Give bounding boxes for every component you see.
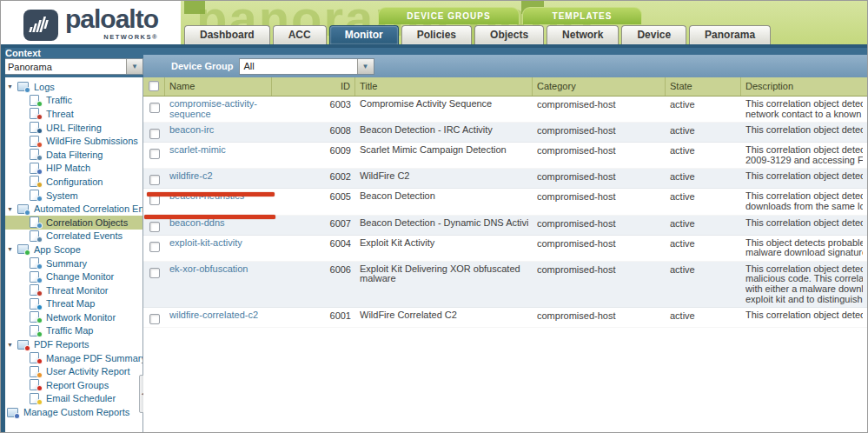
row-checkbox[interactable]	[149, 129, 160, 139]
expander-arrow-icon[interactable]: ▼	[7, 246, 17, 252]
sidebar-item-logs[interactable]: ▼Logs	[5, 80, 142, 94]
logs-icon	[17, 81, 30, 92]
row-checkbox[interactable]	[149, 195, 160, 205]
title-cell: Exploit Kit Delivering XOR obfuscatedmal…	[355, 262, 533, 307]
sidebar-item-hip-match[interactable]: HIP Match	[5, 162, 142, 176]
context-select[interactable]: Panorama ▼	[3, 58, 143, 75]
summary-icon	[30, 257, 43, 269]
sidebar-item-threat[interactable]: Threat	[5, 107, 142, 121]
sidebar-item-correlation-objects[interactable]: Correlation Objects	[5, 216, 142, 230]
automated-correlation-engine-icon	[17, 203, 30, 215]
tab-monitor[interactable]: Monitor	[329, 25, 399, 44]
column-header-title[interactable]: Title	[355, 77, 533, 96]
tab-panorama[interactable]: Panorama	[689, 25, 771, 44]
state-cell: active	[666, 262, 741, 307]
cell-text-line: network contact to a known ma	[745, 110, 863, 120]
sidebar-item-traffic-map[interactable]: Traffic Map	[5, 324, 142, 338]
object-name-link[interactable]: beacon-irc	[169, 125, 268, 136]
column-header-category[interactable]: Category	[533, 77, 666, 96]
tab-policies[interactable]: Policies	[401, 25, 472, 44]
sidebar-item-traffic[interactable]: Traffic	[5, 94, 142, 108]
sidebar-item-label: HIP Match	[46, 163, 90, 173]
sidebar-item-label: System	[46, 190, 78, 201]
sidebar-item-automated-correlation-engine[interactable]: ▼Automated Correlation Engine	[5, 202, 142, 216]
device-group-select-value: All	[240, 61, 357, 71]
device-group-select[interactable]: All ▼	[239, 58, 374, 75]
tab-objects[interactable]: Objects	[474, 25, 544, 44]
table-row-compromise-activity-sequence: compromise-activity-sequence6003Compromi…	[143, 97, 867, 123]
sidebar-item-network-monitor[interactable]: Network Monitor	[5, 310, 142, 324]
cell-text-line: exploit kit and to distinguish su	[745, 295, 863, 305]
tab-network[interactable]: Network	[547, 25, 619, 44]
sidebar-item-manage-pdf-summary[interactable]: Manage PDF Summary	[5, 351, 142, 365]
row-checkbox[interactable]	[149, 314, 160, 324]
context-select-dropdown-button[interactable]: ▼	[126, 59, 142, 74]
object-name-link[interactable]: beacon-ddns	[169, 218, 268, 229]
sidebar-item-correlated-events[interactable]: Correlated Events	[5, 230, 142, 243]
sidebar-item-threat-monitor[interactable]: Threat Monitor	[5, 283, 142, 297]
cell-text-line: This correlation object detects l	[745, 145, 863, 156]
sidebar-item-email-scheduler[interactable]: Email Scheduler	[5, 392, 142, 406]
row-checkbox[interactable]	[149, 268, 160, 278]
sidebar-item-label: User Activity Report	[46, 366, 130, 376]
column-header-name[interactable]: Name	[165, 77, 272, 96]
expander-arrow-icon[interactable]: ▼	[7, 206, 17, 212]
row-checkbox[interactable]	[149, 149, 160, 159]
sidebar-item-label: Logs	[34, 82, 55, 92]
sidebar-item-threat-map[interactable]: Threat Map	[5, 297, 142, 311]
sidebar-item-app-scope[interactable]: ▼App Scope	[5, 243, 142, 256]
sidebar-item-manage-custom-reports[interactable]: Manage Custom Reports	[5, 405, 142, 419]
data-filtering-icon	[30, 149, 43, 160]
cell-text-line: Beacon Detection - Dynamic DNS Activity	[360, 218, 528, 229]
sidebar-item-user-activity-report[interactable]: User Activity Report	[5, 364, 142, 378]
row-checkbox-cell	[143, 262, 165, 307]
sidebar-item-system[interactable]: System	[5, 189, 142, 203]
row-checkbox-cell	[143, 308, 165, 327]
category-cell: compromised-host	[533, 123, 666, 142]
object-name-link[interactable]: ek-xor-obfuscation	[169, 264, 268, 275]
cell-text-line: with either a malware download	[745, 284, 863, 295]
row-checkbox[interactable]	[149, 222, 160, 232]
templates-banner: TEMPLATES	[522, 7, 642, 24]
sidebar-item-change-monitor[interactable]: Change Monitor	[5, 270, 142, 283]
sidebar-item-data-filtering[interactable]: Data Filtering	[5, 148, 142, 162]
threat-monitor-icon	[30, 284, 43, 296]
sidebar-item-configuration[interactable]: Configuration	[5, 175, 142, 189]
sidebar-item-label: Email Scheduler	[46, 393, 116, 403]
sidebar-item-report-groups[interactable]: Report Groups	[5, 378, 142, 392]
object-name-link[interactable]: exploit-kit-activity	[169, 238, 268, 249]
system-icon	[30, 190, 43, 201]
configuration-icon	[30, 176, 43, 187]
column-header-id[interactable]: ID	[272, 77, 355, 96]
id-cell: 6005	[272, 189, 355, 214]
row-checkbox[interactable]	[149, 242, 160, 252]
expander-arrow-icon[interactable]: ▼	[7, 342, 17, 348]
id-cell: 6008	[272, 123, 355, 142]
object-name-link[interactable]: scarlet-mimic	[169, 145, 268, 156]
row-checkbox[interactable]	[149, 175, 160, 185]
name-cell: compromise-activity-sequence	[165, 97, 272, 122]
url-filtering-icon	[30, 122, 43, 133]
id-cell: 6006	[272, 262, 355, 307]
title-cell: WildFire Correlated C2	[355, 308, 533, 327]
tab-dashboard[interactable]: Dashboard	[184, 25, 270, 44]
expander-arrow-icon[interactable]: ▼	[7, 83, 17, 90]
device-group-dropdown-button[interactable]: ▼	[357, 59, 374, 74]
sidebar-item-url-filtering[interactable]: URL Filtering	[5, 121, 142, 135]
sidebar-item-wildfire-submissions[interactable]: WildFire Submissions	[5, 134, 142, 148]
object-name-link[interactable]: wildfire-c2	[169, 171, 268, 182]
sidebar-item-summary[interactable]: Summary	[5, 256, 142, 270]
paloalto-logo-text: paloalto NETWORKS®	[65, 6, 158, 41]
select-all-checkbox[interactable]	[149, 81, 159, 91]
row-checkbox[interactable]	[149, 103, 160, 113]
column-header-state[interactable]: State	[666, 77, 741, 96]
object-name-link[interactable]: wildfire-correlated-c2	[169, 310, 268, 321]
object-name-link[interactable]: compromise-activity-sequence	[169, 99, 268, 119]
column-header-description[interactable]: Description	[741, 77, 867, 96]
tab-acc[interactable]: ACC	[273, 25, 327, 44]
description-cell: This correlation object detects emalicio…	[741, 262, 867, 307]
sidebar-item-label: Change Monitor	[46, 271, 114, 282]
sidebar-item-pdf-reports[interactable]: ▼PDF Reports	[5, 337, 142, 351]
tab-device[interactable]: Device	[621, 25, 686, 44]
watermark-letter-block	[184, 1, 205, 14]
